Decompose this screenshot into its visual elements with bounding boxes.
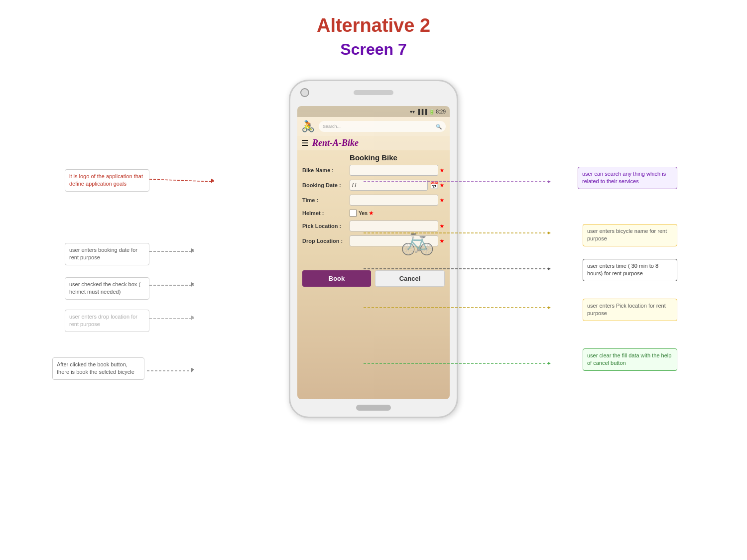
annotation-drop-location: user enters drop location for rent purpo… — [65, 310, 149, 332]
search-box[interactable]: Search... 🔍 — [319, 121, 446, 132]
form-with-bike: Pick Location : ★ Drop Location : ★ 🚲 — [302, 221, 445, 246]
svg-line-0 — [149, 179, 214, 182]
annotation-booking-date: user enters booking date for rent purpos… — [65, 243, 149, 265]
drop-location-row: Drop Location : ★ — [302, 235, 445, 246]
required-star-helmet: ★ — [369, 210, 374, 217]
time-label: Time : — [302, 197, 350, 203]
helmet-yes-label: Yes — [359, 210, 368, 216]
booking-date-row: Booking Date : / / 📅 ★ — [302, 180, 445, 191]
app-nav: ☰ Rent-A-Bike — [297, 136, 450, 150]
time-row: Time : ★ — [302, 195, 445, 206]
action-buttons: Book Cancel — [297, 266, 450, 291]
svg-marker-13 — [548, 231, 551, 234]
phone-outer: ▾▾ ▐▐▐ 🔋 8:29 🚴 Search... 🔍 ☰ Rent-A-Bik… — [289, 80, 458, 418]
svg-marker-7 — [191, 316, 194, 320]
book-button[interactable]: Book — [302, 270, 371, 287]
annotation-cancel: user clear the fill data with the help o… — [583, 348, 677, 371]
drop-location-input[interactable] — [350, 235, 438, 246]
pick-location-input[interactable] — [350, 221, 438, 231]
booking-title: Booking Bike — [297, 150, 450, 164]
drop-location-label: Drop Location : — [302, 238, 350, 244]
page-title-screen: Screen 7 — [0, 40, 747, 59]
bike-logo-icon: 🚴 — [301, 120, 315, 133]
bike-name-row: Bike Name : ★ — [302, 165, 445, 176]
annotation-book-button: After clicked the book button, there is … — [52, 357, 144, 380]
wifi-icon: ▾▾ — [410, 109, 415, 114]
phone-screen: ▾▾ ▐▐▐ 🔋 8:29 🚴 Search... 🔍 ☰ Rent-A-Bik… — [297, 106, 450, 399]
status-icons: ▾▾ ▐▐▐ 🔋 8:29 — [410, 109, 446, 114]
annotation-logo: it is logo of the application that defin… — [65, 169, 149, 192]
svg-marker-3 — [191, 248, 194, 253]
annotation-bike-name: user enters bicycle name for rent purpos… — [583, 224, 677, 246]
required-star-date: ★ — [439, 182, 445, 189]
phone-mockup: ▾▾ ▐▐▐ 🔋 8:29 🚴 Search... 🔍 ☰ Rent-A-Bik… — [289, 80, 458, 418]
required-star-pick: ★ — [439, 223, 445, 229]
svg-marker-1 — [211, 179, 214, 183]
booking-date-area: / / 📅 — [350, 180, 438, 191]
status-time: 8:29 — [436, 109, 446, 114]
annotation-pick-location: user enters Pick location for rent purpo… — [583, 299, 677, 321]
annotation-time: user enters time ( 30 min to 8 hours) fo… — [583, 259, 677, 281]
bike-name-input[interactable] — [350, 165, 438, 176]
required-star-bike: ★ — [439, 167, 445, 174]
calendar-icon[interactable]: 📅 — [430, 181, 438, 189]
booking-form: Bike Name : ★ Booking Date : / / 📅 ★ Tim… — [297, 164, 450, 251]
battery-icon: 🔋 — [429, 109, 435, 114]
annotation-search: user can search any thing which is relat… — [578, 167, 677, 189]
required-star-drop: ★ — [439, 237, 445, 244]
required-star-time: ★ — [439, 197, 445, 204]
app-header: 🚴 Search... 🔍 — [297, 117, 450, 136]
phone-home-button[interactable] — [356, 405, 391, 411]
status-bar: ▾▾ ▐▐▐ 🔋 8:29 — [297, 106, 450, 117]
helmet-checkbox[interactable] — [350, 210, 357, 217]
svg-marker-11 — [548, 180, 551, 183]
signal-icon: ▐▐▐ — [416, 109, 427, 114]
phone-camera — [300, 88, 309, 97]
search-icon[interactable]: 🔍 — [436, 124, 442, 129]
app-brand: Rent-A-Bike — [312, 138, 359, 148]
helmet-label: Helmet : — [302, 210, 350, 216]
hamburger-icon[interactable]: ☰ — [301, 138, 308, 148]
annotation-helmet: user checked the check box ( helmet must… — [65, 277, 149, 300]
svg-marker-19 — [548, 362, 551, 365]
helmet-row: Helmet : Yes ★ — [302, 210, 445, 217]
cancel-button[interactable]: Cancel — [375, 270, 445, 287]
booking-date-value[interactable]: / / — [350, 180, 428, 191]
search-placeholder: Search... — [323, 124, 341, 129]
bike-name-label: Bike Name : — [302, 167, 350, 173]
time-input[interactable] — [350, 195, 438, 206]
svg-marker-15 — [548, 267, 551, 270]
booking-date-label: Booking Date : — [302, 182, 350, 188]
svg-marker-5 — [191, 282, 194, 287]
svg-marker-9 — [191, 368, 194, 372]
pick-location-label: Pick Location : — [302, 223, 350, 229]
phone-speaker — [354, 90, 393, 95]
page-title-alt: Alternative 2 — [0, 15, 747, 36]
pick-location-row: Pick Location : ★ — [302, 221, 445, 231]
svg-marker-17 — [548, 306, 551, 309]
helmet-checkbox-area: Yes — [350, 210, 368, 217]
